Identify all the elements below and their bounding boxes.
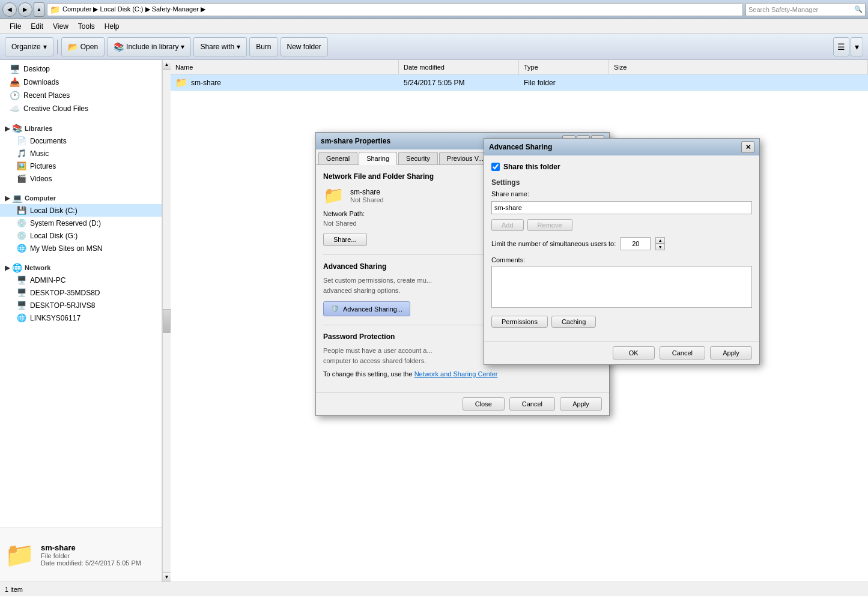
column-date[interactable]: Date modified [399, 60, 519, 74]
network-arrow: ▶ [5, 264, 10, 272]
scroll-thumb[interactable] [163, 309, 171, 333]
advanced-apply-button[interactable]: Apply [710, 346, 752, 360]
sidebar-item-local-disk-g[interactable]: 💿 Local Disk (G:) [0, 229, 162, 242]
column-type-label: Type [524, 64, 538, 71]
include-in-library-label: Include in library [126, 43, 178, 51]
spinner-up[interactable]: ▲ [655, 237, 665, 244]
tab-security[interactable]: Security [398, 152, 438, 164]
advanced-dialog-close-btn[interactable]: ✕ [741, 141, 754, 153]
sidebar-item-music[interactable]: 🎵 Music [0, 147, 162, 160]
sidebar-spacer-1 [0, 115, 162, 120]
downloads-icon: 📥 [10, 77, 20, 87]
tab-general[interactable]: General [318, 152, 357, 164]
advanced-sharing-button[interactable]: 🛡️ Advanced Sharing... [323, 301, 410, 316]
sidebar-item-web-sites[interactable]: 🌐 My Web Sites on MSN [0, 242, 162, 254]
bottom-panel: 📁 sm-share File folder Date modified: 5/… [0, 528, 162, 582]
limit-input[interactable] [621, 237, 651, 250]
preview-button[interactable]: ▾ [851, 37, 863, 56]
view-button[interactable]: ☰ [833, 37, 849, 56]
open-icon: 📂 [68, 42, 78, 52]
forward-button[interactable]: ▶ [18, 2, 32, 17]
network-sharing-center-link[interactable]: Network and Sharing Center [414, 370, 498, 378]
sidebar-item-videos[interactable]: 🎬 Videos [0, 172, 162, 185]
sidebar-item-linksys[interactable]: 🌐 LINKSYS06117 [0, 312, 162, 324]
new-folder-label: New folder [287, 43, 321, 51]
scroll-up-btn[interactable]: ▲ [163, 60, 171, 70]
search-icon: 🔍 [854, 5, 863, 13]
menu-tools[interactable]: Tools [73, 21, 100, 32]
organize-button[interactable]: Organize ▾ [5, 37, 53, 56]
sidebar-item-admin-pc[interactable]: 🖥️ ADMIN-PC [0, 274, 162, 286]
burn-label: Burn [256, 43, 271, 51]
properties-apply-button[interactable]: Apply [560, 397, 602, 411]
sidebar-item-creative-cloud[interactable]: ☁️ Creative Cloud Files [0, 102, 162, 115]
add-button[interactable]: Add [491, 219, 524, 231]
documents-icon: 📄 [17, 136, 26, 145]
sidebar-item-desktop-35[interactable]: 🖥️ DESKTOP-35MDS8D [0, 286, 162, 299]
menu-edit[interactable]: Edit [26, 21, 48, 32]
spinner-down[interactable]: ▼ [655, 244, 665, 250]
menu-file[interactable]: File [5, 21, 26, 32]
local-disk-c-icon: 💾 [17, 206, 26, 215]
caching-button[interactable]: Caching [551, 316, 596, 328]
limit-spinner: ▲ ▼ [655, 237, 665, 250]
share-with-button[interactable]: Share with ▾ [193, 37, 247, 56]
permissions-button[interactable]: Permissions [491, 316, 548, 328]
comments-textarea[interactable] [491, 266, 752, 308]
sidebar-item-downloads-label: Downloads [23, 78, 59, 86]
sidebar-item-system-reserved[interactable]: 💿 System Reserved (D:) [0, 217, 162, 229]
sidebar-item-downloads[interactable]: 📥 Downloads [0, 76, 162, 89]
sidebar-section-network[interactable]: ▶ 🌐 Network [0, 259, 162, 274]
open-button[interactable]: 📂 Open [61, 37, 105, 56]
music-icon: 🎵 [17, 149, 26, 158]
remove-button[interactable]: Remove [527, 219, 572, 231]
share-name-input[interactable] [491, 201, 752, 214]
column-size[interactable]: Size [609, 60, 868, 74]
properties-title: sm-share Properties [321, 137, 390, 145]
include-in-library-button[interactable]: 📚 Include in library ▾ [107, 37, 191, 56]
sidebar-section-libraries[interactable]: ▶ 📚 Libraries [0, 120, 162, 134]
back-button[interactable]: ◀ [2, 2, 17, 17]
column-type[interactable]: Type [519, 60, 609, 74]
separator-1 [57, 40, 58, 54]
properties-cancel-button[interactable]: Cancel [509, 397, 555, 411]
up-button[interactable]: ▲ [34, 2, 44, 17]
menu-view[interactable]: View [48, 21, 73, 32]
sidebar-item-system-reserved-label: System Reserved (D:) [30, 219, 101, 227]
sidebar-item-recent-places[interactable]: 🕐 Recent Places [0, 89, 162, 102]
search-box[interactable]: Search Safety-Manager 🔍 [745, 3, 866, 16]
advanced-cancel-button[interactable]: Cancel [660, 346, 705, 360]
menu-help[interactable]: Help [100, 21, 124, 32]
share-folder-checkbox[interactable] [491, 163, 500, 171]
address-bar[interactable]: 📁 Computer ▶ Local Disk (C:) ▶ Safety-Ma… [47, 3, 743, 16]
sidebar-section-computer[interactable]: ▶ 💻 Computer [0, 190, 162, 204]
new-folder-button[interactable]: New folder [281, 37, 328, 56]
properties-footer: Close Cancel Apply [316, 392, 609, 415]
sidebar-item-pictures[interactable]: 🖼️ Pictures [0, 160, 162, 172]
sidebar-item-desktop-5r[interactable]: 🖥️ DESKTOP-5RJIVS8 [0, 299, 162, 312]
sidebar-item-local-disk-c-label: Local Disk (C:) [30, 206, 77, 215]
sidebar-item-music-label: Music [30, 149, 49, 158]
system-reserved-icon: 💿 [17, 218, 26, 227]
sharing-folder-name: sm-share [350, 188, 384, 196]
properties-close-button[interactable]: Close [463, 397, 505, 411]
scroll-down-btn[interactable]: ▼ [163, 572, 171, 582]
advanced-ok-button[interactable]: OK [613, 346, 655, 360]
share-with-arrow: ▾ [237, 43, 240, 51]
action-buttons: Add Remove [491, 219, 752, 231]
sidebar-item-local-disk-c[interactable]: 💾 Local Disk (C:) [0, 204, 162, 217]
tab-sharing[interactable]: Sharing [359, 152, 397, 165]
title-bar: ◀ ▶ ▲ 📁 Computer ▶ Local Disk (C:) ▶ Saf… [0, 0, 868, 19]
column-name[interactable]: Name [171, 60, 399, 74]
sidebar-item-desktop[interactable]: 🖥️ Desktop [0, 62, 162, 76]
table-row[interactable]: 📁 sm-share 5/24/2017 5:05 PM File folder [171, 74, 868, 91]
share-name-label: Share name: [491, 190, 551, 197]
sidebar-item-admin-pc-label: ADMIN-PC [30, 276, 65, 284]
share-button[interactable]: Share... [323, 233, 367, 246]
sidebar-item-documents[interactable]: 📄 Documents [0, 134, 162, 147]
libraries-icon: 📚 [12, 124, 22, 133]
sharing-status: Not Shared [350, 196, 384, 203]
recent-icon: 🕐 [10, 91, 20, 100]
burn-button[interactable]: Burn [249, 37, 278, 56]
advanced-sharing-dialog: Advanced Sharing ✕ Share this folder Set… [484, 138, 760, 365]
